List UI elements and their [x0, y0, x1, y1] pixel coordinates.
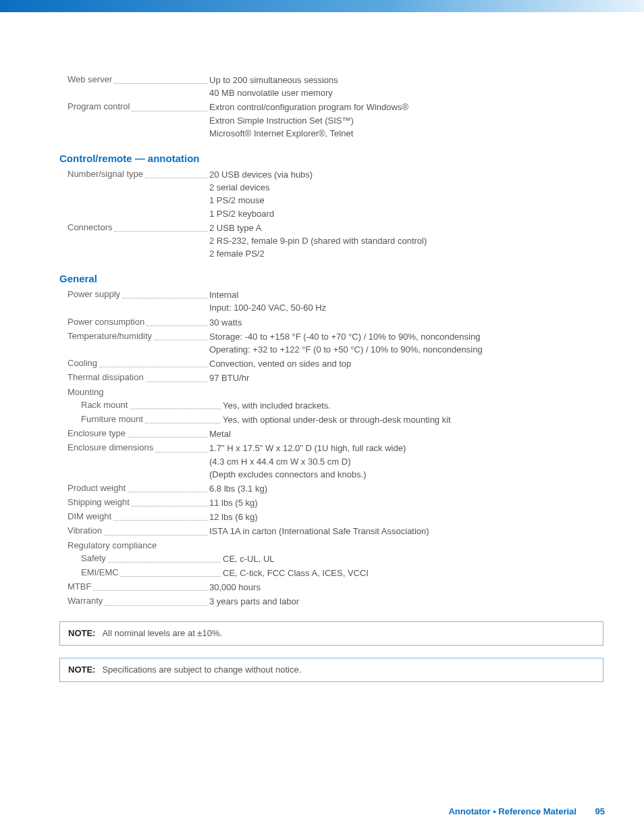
spec-row: Warranty3 years parts and labor: [68, 595, 597, 608]
content: Web server Up to 200 simultaneous sessio…: [0, 12, 644, 682]
spec-label: Mounting: [68, 386, 103, 398]
spec-value: CE, C-tick, FCC Class A, ICES, VCCI: [223, 567, 597, 580]
spec-row: Number/signal type 20 USB devices (via h…: [68, 168, 597, 221]
spec-row: Web server Up to 200 simultaneous sessio…: [68, 74, 597, 100]
spec-label: DIM weight: [68, 511, 111, 523]
spec-label: Shipping weight: [68, 496, 130, 509]
spec-value: 12 lbs (6 kg): [209, 511, 597, 524]
spec-value: 11 lbs (5 kg): [209, 496, 597, 510]
page-number: 95: [595, 806, 605, 816]
spec-value: InternalInput: 100-240 VAC, 50-60 Hz: [209, 288, 597, 315]
spec-value: Extron control/configuration program for…: [209, 101, 597, 140]
spec-value: 30,000 hours: [209, 581, 597, 594]
note-box: NOTE: All nominal levels are at ±10%.: [59, 621, 603, 646]
footer-title: Annotator • Reference Material: [448, 806, 576, 816]
spec-value: Up to 200 simultaneous sessions40 MB non…: [209, 74, 597, 100]
note-label: NOTE:: [68, 664, 95, 676]
spec-row: Connectors 2 USB type A2 RS-232, female …: [68, 221, 597, 261]
spec-label: Thermal dissipation: [68, 371, 144, 384]
spec-row: SafetyCE, c-UL, UL: [68, 552, 597, 566]
spec-label: Product weight: [68, 482, 126, 494]
spec-label: Cooling: [68, 357, 97, 369]
spec-label: Furniture mount: [81, 413, 143, 425]
page-footer: Annotator • Reference Material 95: [448, 806, 605, 816]
spec-value: 2 USB type A2 RS-232, female 9-pin D (sh…: [209, 221, 597, 261]
spec-row: Power supplyInternalInput: 100-240 VAC, …: [68, 288, 597, 315]
spec-row: Enclosure typeMetal: [68, 427, 597, 441]
note-text: Specifications are subject to change wit…: [102, 664, 301, 676]
page: Web server Up to 200 simultaneous sessio…: [0, 0, 644, 834]
spec-row: Product weight6.8 lbs (3.1 kg): [68, 482, 597, 496]
spec-row: Temperature/humidityStorage: -40 to +158…: [68, 330, 597, 357]
spec-row: Thermal dissipation97 BTU/hr: [68, 371, 597, 385]
note-label: NOTE:: [68, 627, 95, 640]
spec-value: ISTA 1A in carton (International Safe Tr…: [209, 525, 597, 538]
spec-row: EMI/EMCCE, C-tick, FCC Class A, ICES, VC…: [68, 567, 597, 580]
spec-value: 97 BTU/hr: [209, 371, 597, 385]
spec-row: Rack mountYes, with included brackets.: [68, 399, 597, 413]
spec-label: Connectors: [68, 221, 112, 234]
spec-label: Power consumption: [68, 316, 144, 328]
spec-row: Shipping weight11 lbs (5 kg): [68, 496, 597, 510]
spec-value: 6.8 lbs (3.1 kg): [209, 482, 597, 496]
note-text: All nominal levels are at ±10%.: [102, 627, 222, 640]
spec-label: EMI/EMC: [81, 567, 119, 579]
spec-label: Power supply: [68, 288, 120, 301]
section-heading: General: [59, 271, 597, 286]
section-heading: Control/remote — annotation: [59, 151, 597, 165]
spec-label: Program control: [68, 101, 130, 113]
spec-label: Enclosure type: [68, 427, 126, 440]
spec-row: CoolingConvection, vented on sides and t…: [68, 357, 597, 371]
spec-label: MTBF: [68, 581, 91, 593]
spec-label: Temperature/humidity: [68, 330, 152, 342]
spec-value: Yes, with optional under-desk or through…: [223, 413, 597, 427]
spec-value: Convection, vented on sides and top: [209, 357, 597, 371]
spec-row: Power consumption30 watts: [68, 316, 597, 330]
spec-value: 20 USB devices (via hubs)2 serial device…: [209, 168, 597, 221]
spec-value: Metal: [209, 427, 597, 441]
spec-value: 1.7" H x 17.5" W x 12.0" D (1U high, ful…: [209, 442, 597, 481]
spec-row: DIM weight12 lbs (6 kg): [68, 511, 597, 524]
spec-label: Number/signal type: [68, 168, 143, 180]
spec-value: Yes, with included brackets.: [223, 399, 597, 413]
spec-value: CE, c-UL, UL: [223, 552, 597, 566]
spec-value: Storage: -40 to +158 °F (-40 to +70 °C) …: [209, 330, 597, 357]
spec-label: Vibration: [68, 525, 102, 537]
spec-label: Safety: [81, 552, 106, 565]
header-bar: [0, 0, 644, 12]
spec-label: Enclosure dimensions: [68, 442, 153, 454]
spec-row: Furniture mountYes, with optional under-…: [68, 413, 597, 427]
spec-label: Web server: [68, 74, 112, 86]
spec-label: Rack mount: [81, 399, 128, 411]
spec-value: 30 watts: [209, 316, 597, 330]
spec-label: Warranty: [68, 595, 103, 607]
spec-value: 3 years parts and labor: [209, 595, 597, 608]
spec-row: Program control Extron control/configura…: [68, 101, 597, 140]
spec-row: VibrationISTA 1A in carton (Internationa…: [68, 525, 597, 538]
spec-row: Enclosure dimensions1.7" H x 17.5" W x 1…: [68, 442, 597, 481]
note-box: NOTE: Specifications are subject to chan…: [59, 658, 603, 682]
spec-row: MTBF30,000 hours: [68, 581, 597, 594]
